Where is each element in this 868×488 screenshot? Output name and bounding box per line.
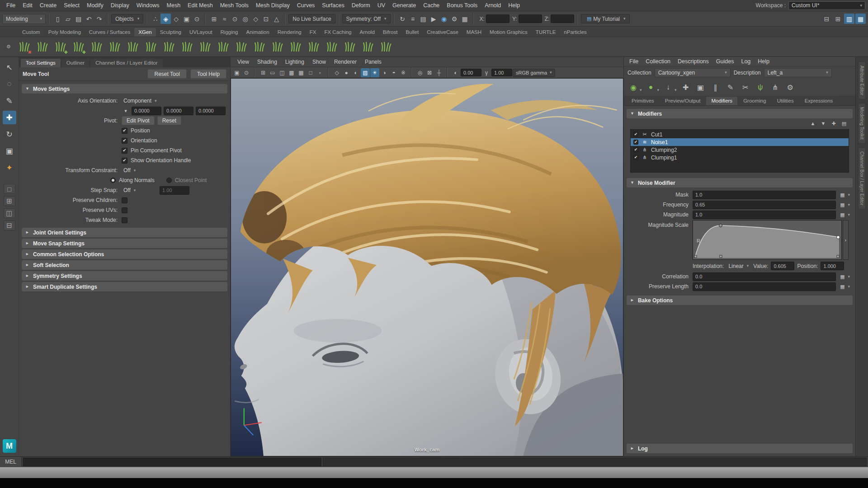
render-settings-icon[interactable]: ⚙ (449, 14, 460, 24)
shelf-tab-fx-caching[interactable]: FX Caching (320, 28, 355, 37)
shelf-tab-motion-graphics[interactable]: Motion Graphics (486, 28, 532, 37)
modifier-row-noise1[interactable]: ✔ ≋ Noise1 (631, 138, 849, 146)
toolbar-separator[interactable] (337, 14, 340, 24)
ramp-curve[interactable]: R (693, 220, 842, 260)
map-icon[interactable]: ▦ (838, 272, 846, 281)
shadows-icon[interactable]: ◑ (380, 68, 389, 77)
preserve-length-input[interactable] (693, 282, 836, 291)
snap-to-curve-icon[interactable]: ≈ (219, 14, 230, 24)
xgen-menu-help[interactable]: Help (754, 57, 773, 66)
shelf-tab-animation[interactable]: Animation (242, 28, 274, 37)
menu-item-generate[interactable]: Generate (389, 1, 420, 10)
xgen-menu-log[interactable]: Log (737, 57, 754, 66)
toolbar-separator[interactable] (410, 67, 413, 78)
tab-channel-box[interactable]: Channel Box / Layer Editor (90, 59, 162, 67)
xgen-shelf-icon[interactable] (269, 39, 286, 55)
menu-set-select[interactable]: Modeling ▾ (2, 14, 46, 24)
tab-tool-settings[interactable]: Tool Settings (21, 59, 61, 67)
shelf-tab-bullet[interactable]: Bullet (401, 28, 423, 37)
along-normals-radio[interactable] (110, 178, 116, 183)
sculpt-guides-icon[interactable]: ✎ (725, 81, 736, 93)
viewport-menu-renderer[interactable]: Renderer (330, 58, 361, 66)
modifier-enabled-checkbox[interactable]: ✔ (633, 140, 638, 145)
menu-item-deform[interactable]: Deform (348, 1, 374, 10)
duplicate-description-icon[interactable]: ▣ (695, 81, 707, 93)
map-icon[interactable]: ▦ (838, 282, 846, 291)
paint-effects-icon[interactable]: ▦ (460, 14, 470, 24)
image-plane-icon[interactable]: ┼ (434, 68, 443, 77)
shelf-tab-curves-surfaces[interactable]: Curves / Surfaces (85, 28, 134, 37)
snap-to-projected-center-icon[interactable]: ◎ (240, 14, 250, 24)
xgen-shelf-icon[interactable] (107, 39, 123, 55)
layout-split-left-right-button[interactable]: ◫ (4, 208, 15, 218)
textured-icon[interactable]: ▧ (361, 68, 370, 77)
xgen-menu-descriptions[interactable]: Descriptions (674, 57, 712, 66)
xgen-shelf-icon[interactable] (215, 39, 231, 55)
shelf-tab-nparticles[interactable]: nParticles (560, 28, 591, 37)
wireframe-icon[interactable]: ◇ (332, 68, 341, 77)
viewport-menu-lighting[interactable]: Lighting (281, 58, 308, 66)
shelf-tab-arnold[interactable]: Arnold (356, 28, 379, 37)
attach-description-icon[interactable]: ⋔ (769, 81, 781, 93)
edit-pivot-button[interactable]: Edit Pivot (122, 116, 155, 125)
shelf-tab-fx[interactable]: FX (306, 28, 321, 37)
select-mesh-icon[interactable]: ▣ (181, 14, 192, 24)
xray-icon[interactable]: ⊠ (425, 68, 434, 77)
frequency-input[interactable] (693, 201, 836, 209)
common-selection-options-header[interactable]: ► Common Selection Options (22, 249, 227, 259)
xgen-menu-guides[interactable]: Guides (712, 57, 738, 66)
select-all-icon[interactable]: ⊙ (192, 14, 202, 24)
position-checkbox[interactable]: ✔ (122, 128, 127, 134)
axis-z-input[interactable] (196, 107, 226, 115)
xgen-shelf-icon[interactable]: ✚ (71, 39, 87, 55)
tool-help-button[interactable]: Tool Help (190, 69, 226, 79)
shelf-tab-bifrost[interactable]: Bifrost (379, 28, 402, 37)
comb-guides-icon[interactable]: ∥ (710, 81, 722, 93)
axis-dropd-icon[interactable]: ▾ (122, 107, 130, 115)
tab-preview-output[interactable]: Preview/Output (660, 97, 706, 105)
toolbar-separator[interactable] (327, 67, 330, 78)
export-patches-icon[interactable]: ↓ (662, 81, 674, 93)
shelf-tab-creativecase[interactable]: CreativeCase (423, 28, 462, 37)
safe-action-icon[interactable]: □ (306, 68, 315, 77)
modifier-row-clumping1[interactable]: ✔ ⋔ Clumping1 (631, 154, 849, 161)
toolbar-separator[interactable] (253, 67, 256, 78)
grid-toggle-icon[interactable]: ⊞ (259, 68, 268, 77)
symmetry-settings-header[interactable]: ► Symmetry Settings (22, 271, 227, 281)
shelf-tab-custom[interactable]: Custom (18, 28, 44, 37)
menu-item-arnold[interactable]: Arnold (481, 1, 505, 10)
orientation-checkbox[interactable]: ✔ (122, 138, 127, 144)
menu-item-select[interactable]: Select (60, 1, 83, 10)
isolate-select-icon[interactable]: ◎ (415, 68, 425, 77)
menu-item-uv[interactable]: UV (374, 1, 389, 10)
command-result-field[interactable] (323, 458, 867, 466)
closest-point-radio[interactable] (166, 178, 172, 183)
shelf-tab-mash[interactable]: MASH (462, 28, 486, 37)
xgen-menu-collection[interactable]: Collection (642, 57, 674, 66)
select-by-hierarchy-icon[interactable]: ∴ (150, 14, 160, 24)
mel-language-toggle[interactable]: MEL (0, 457, 22, 467)
shelf-tab-rigging[interactable]: Rigging (217, 28, 242, 37)
snap-to-plane-icon[interactable]: ◇ (250, 14, 261, 24)
layout-toggle-icon[interactable]: ⊞ (833, 14, 843, 24)
tab-modifiers[interactable]: Modifiers (706, 97, 737, 105)
shelf-tab-turtle[interactable]: TURTLE (532, 28, 560, 37)
shaded-icon[interactable]: ● (342, 68, 351, 77)
construction-history-icon[interactable]: ↻ (397, 14, 408, 24)
xgen-shelf-icon[interactable] (125, 39, 141, 55)
select-by-component-icon[interactable]: ◇ (171, 14, 181, 24)
xgen-shelf-icon[interactable] (288, 39, 304, 55)
tweak-mode-checkbox[interactable] (122, 217, 127, 223)
redo-icon[interactable]: ↷ (94, 14, 104, 24)
modifier-folder-icon[interactable]: ▤ (840, 119, 848, 127)
menu-item-curves[interactable]: Curves (293, 1, 319, 10)
map-icon[interactable]: ▦ (838, 211, 846, 219)
tutorial-select[interactable]: ▤ My Tutorial ▾ (581, 14, 629, 23)
xgen-shelf-icon[interactable] (143, 39, 159, 55)
chevron-down-icon[interactable]: ▾ (848, 203, 850, 207)
toolbar-separator[interactable] (283, 14, 287, 24)
toolbar-separator[interactable] (106, 14, 109, 24)
select-tool-button[interactable]: ↖ (3, 61, 16, 74)
preview-visibility-icon[interactable]: ◉ (627, 81, 639, 93)
map-icon[interactable]: ▦ (838, 191, 846, 199)
